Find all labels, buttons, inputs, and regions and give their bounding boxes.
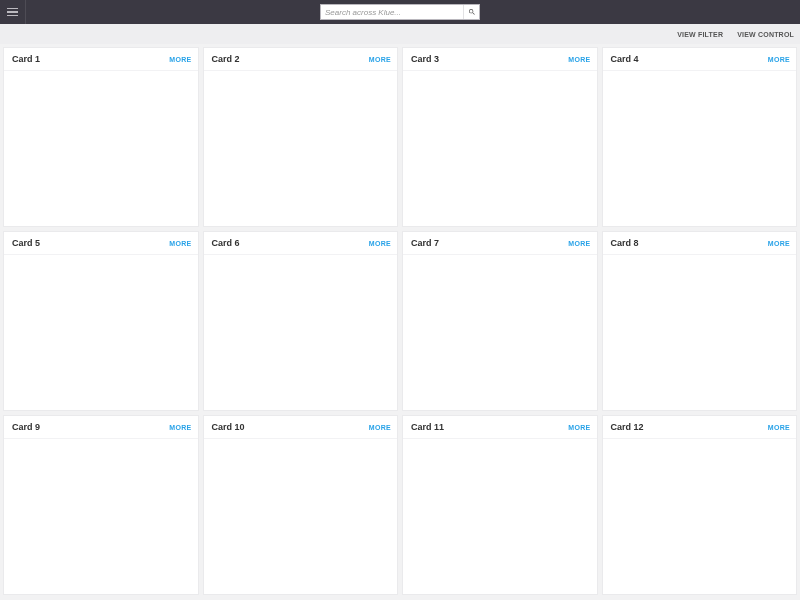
card-header: Card 11MORE	[403, 416, 597, 439]
card: Card 3MORE	[402, 47, 598, 227]
card-header: Card 4MORE	[603, 48, 797, 71]
card-header: Card 3MORE	[403, 48, 597, 71]
top-bar	[0, 0, 800, 24]
card-title: Card 8	[611, 238, 639, 248]
search-input[interactable]	[321, 5, 463, 19]
card-title: Card 7	[411, 238, 439, 248]
card-more-button[interactable]: MORE	[568, 424, 590, 431]
hamburger-menu-icon[interactable]	[0, 0, 26, 24]
card-more-button[interactable]: MORE	[169, 56, 191, 63]
card-more-button[interactable]: MORE	[568, 56, 590, 63]
search-icon	[468, 8, 476, 16]
card-header: Card 7MORE	[403, 232, 597, 255]
card: Card 4MORE	[602, 47, 798, 227]
view-control-button[interactable]: VIEW CONTROL	[737, 31, 794, 38]
card: Card 2MORE	[203, 47, 399, 227]
card-title: Card 4	[611, 54, 639, 64]
card-header: Card 6MORE	[204, 232, 398, 255]
card-header: Card 12MORE	[603, 416, 797, 439]
card: Card 8MORE	[602, 231, 798, 411]
view-filter-button[interactable]: VIEW FILTER	[677, 31, 723, 38]
card-header: Card 8MORE	[603, 232, 797, 255]
card-header: Card 2MORE	[204, 48, 398, 71]
card-more-button[interactable]: MORE	[568, 240, 590, 247]
sub-toolbar: VIEW FILTER VIEW CONTROL	[0, 24, 800, 44]
card-title: Card 12	[611, 422, 644, 432]
card-more-button[interactable]: MORE	[169, 240, 191, 247]
card: Card 9MORE	[3, 415, 199, 595]
search-box	[320, 4, 480, 20]
card-more-button[interactable]: MORE	[369, 240, 391, 247]
card: Card 11MORE	[402, 415, 598, 595]
card-header: Card 5MORE	[4, 232, 198, 255]
card-title: Card 2	[212, 54, 240, 64]
card-header: Card 1MORE	[4, 48, 198, 71]
card-more-button[interactable]: MORE	[768, 240, 790, 247]
card: Card 7MORE	[402, 231, 598, 411]
card: Card 5MORE	[3, 231, 199, 411]
card: Card 6MORE	[203, 231, 399, 411]
card-grid: Card 1MORECard 2MORECard 3MORECard 4MORE…	[0, 44, 800, 598]
card-more-button[interactable]: MORE	[369, 424, 391, 431]
card: Card 1MORE	[3, 47, 199, 227]
card-header: Card 9MORE	[4, 416, 198, 439]
search-button[interactable]	[463, 5, 479, 19]
card-more-button[interactable]: MORE	[369, 56, 391, 63]
card-title: Card 9	[12, 422, 40, 432]
card: Card 12MORE	[602, 415, 798, 595]
card-title: Card 10	[212, 422, 245, 432]
card-more-button[interactable]: MORE	[768, 424, 790, 431]
card-title: Card 3	[411, 54, 439, 64]
card-header: Card 10MORE	[204, 416, 398, 439]
card-title: Card 6	[212, 238, 240, 248]
card-more-button[interactable]: MORE	[169, 424, 191, 431]
card: Card 10MORE	[203, 415, 399, 595]
card-title: Card 11	[411, 422, 444, 432]
card-title: Card 1	[12, 54, 40, 64]
card-more-button[interactable]: MORE	[768, 56, 790, 63]
card-title: Card 5	[12, 238, 40, 248]
